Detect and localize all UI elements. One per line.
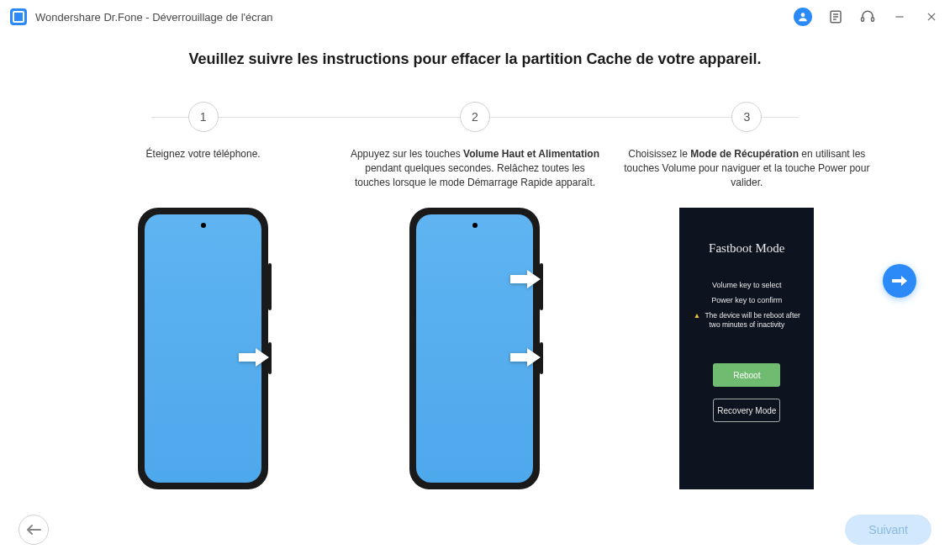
- titlebar-right: [794, 8, 940, 26]
- fastboot-hint-2: Power key to confirm: [711, 296, 782, 304]
- svg-point-0: [801, 13, 805, 17]
- svg-rect-5: [862, 18, 864, 22]
- step-1: 1 Éteignez votre téléphone.: [67, 102, 339, 489]
- app-logo-icon: [10, 8, 27, 25]
- minimize-button[interactable]: [891, 8, 908, 25]
- phone-illustration-1: [128, 208, 279, 489]
- feedback-icon[interactable]: [827, 8, 844, 25]
- fastboot-reboot-button: Reboot: [713, 363, 780, 387]
- fastboot-recovery-button: Recovery Mode: [713, 399, 780, 422]
- fastboot-title: Fastboot Mode: [709, 241, 784, 256]
- fastboot-warning: ▲ The device will be reboot after two mi…: [689, 311, 804, 330]
- titlebar: Wondershare Dr.Fone - Déverrouillage de …: [0, 0, 950, 34]
- step-text: Éteignez votre téléphone.: [138, 147, 269, 193]
- footer: Suivant: [0, 515, 950, 545]
- next-button[interactable]: Suivant: [845, 515, 932, 545]
- svg-rect-6: [872, 18, 874, 22]
- close-button[interactable]: [923, 8, 940, 25]
- fastboot-warning-text: The device will be reboot after two minu…: [705, 311, 800, 329]
- step-text: Choisissez le Mode de Récupération en ut…: [611, 147, 883, 193]
- step-text: Appuyez sur les touches Volume Haut et A…: [339, 147, 610, 193]
- app-title: Wondershare Dr.Fone - Déverrouillage de …: [35, 11, 273, 24]
- step-number: 2: [460, 102, 490, 132]
- fastboot-hint-1: Volume key to select: [712, 281, 782, 289]
- support-icon[interactable]: [859, 8, 876, 25]
- arrow-right-icon: [891, 275, 908, 287]
- back-button[interactable]: [18, 515, 49, 545]
- step-2: 2 Appuyez sur les touches Volume Haut et…: [339, 102, 610, 489]
- step-text-bold: Volume Haut et Alimentation: [463, 148, 599, 160]
- step-text-after: pendant quelques secondes. Relâchez tout…: [355, 162, 595, 188]
- account-icon[interactable]: [794, 8, 812, 26]
- arrow-right-icon: [237, 346, 271, 368]
- titlebar-left: Wondershare Dr.Fone - Déverrouillage de …: [10, 8, 273, 25]
- side-next-button[interactable]: [883, 264, 916, 298]
- page-title: Veuillez suivre les instructions pour ef…: [42, 50, 908, 68]
- step-3: 3 Choisissez le Mode de Récupération en …: [611, 102, 883, 489]
- step-text-before: Choisissez le: [628, 148, 690, 160]
- arrow-right-icon: [509, 346, 542, 368]
- step-text-bold: Mode de Récupération: [690, 148, 799, 160]
- step-text-before: Éteignez votre téléphone.: [146, 148, 261, 160]
- steps-row: 1 Éteignez votre téléphone. 2: [67, 102, 883, 489]
- fastboot-screen: Fastboot Mode Volume key to select Power…: [679, 208, 814, 489]
- step-number: 1: [188, 102, 219, 132]
- arrow-left-icon: [26, 524, 41, 536]
- phone-illustration-2: [399, 208, 551, 489]
- arrow-right-icon: [509, 268, 542, 290]
- step-text-before: Appuyez sur les touches: [351, 148, 463, 160]
- main-content: Veuillez suivre les instructions pour ef…: [0, 34, 950, 489]
- step-number: 3: [731, 102, 762, 132]
- warning-icon: ▲: [694, 311, 700, 320]
